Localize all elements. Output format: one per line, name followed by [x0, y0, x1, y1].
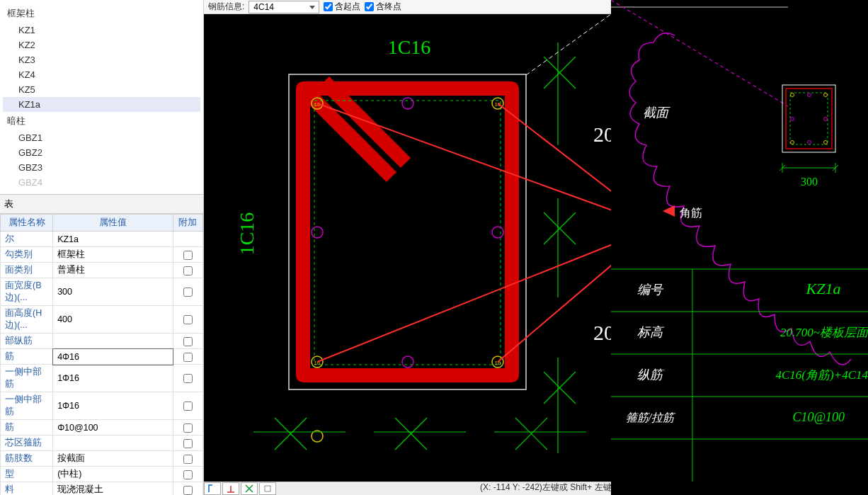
- snap-midpoint[interactable]: [222, 482, 239, 495]
- prop-extra[interactable]: [173, 306, 202, 334]
- prop-value[interactable]: 300: [53, 278, 173, 306]
- prop-row[interactable]: 筋4Φ16: [1, 349, 203, 365]
- tree-group-framecol[interactable]: 框架柱: [3, 4, 200, 23]
- tree-item-kz1a[interactable]: KZ1a: [3, 97, 200, 112]
- svg-point-37: [808, 141, 811, 144]
- property-table[interactable]: 属性名称 属性值 附加 尔KZ1a勾类别框架柱面类别普通柱面宽度(B边)(...…: [0, 214, 203, 495]
- prop-value[interactable]: [53, 334, 173, 349]
- snap-perpendicular[interactable]: [259, 482, 276, 495]
- prop-extra[interactable]: [173, 451, 202, 467]
- extra-checkbox[interactable]: [183, 455, 193, 464]
- prop-row[interactable]: 芯区箍筋: [1, 436, 203, 451]
- prop-row[interactable]: 筋肢数按截面: [1, 451, 203, 467]
- prop-row[interactable]: 勾类别框架柱: [1, 247, 203, 263]
- prop-row[interactable]: 筋Φ10@100: [1, 420, 203, 436]
- prop-value[interactable]: 框架柱: [53, 247, 173, 263]
- include-start-check[interactable]: 含起点: [324, 1, 360, 13]
- extra-checkbox[interactable]: [183, 251, 193, 260]
- prop-value[interactable]: 4Φ16: [53, 349, 173, 365]
- prop-extra[interactable]: [173, 467, 202, 482]
- prop-name: 面宽度(B边)(...: [1, 278, 53, 306]
- prop-name: 面类别: [1, 263, 53, 278]
- tree-item-gbz2[interactable]: GBZ2: [3, 145, 200, 160]
- prop-extra[interactable]: [173, 482, 202, 496]
- prop-row[interactable]: 面类别普通柱: [1, 263, 203, 278]
- prop-row[interactable]: 料现浇混凝土: [1, 482, 203, 496]
- prop-extra[interactable]: [173, 278, 202, 306]
- component-tree[interactable]: 框架柱 KZ1 KZ2 KZ3 KZ4 KZ5 KZ1a 暗柱 GBZ1 GBZ…: [0, 0, 203, 194]
- prop-row[interactable]: 型(中柱): [1, 467, 203, 482]
- prop-extra[interactable]: [173, 232, 202, 247]
- tree-item-kz2[interactable]: KZ2: [3, 38, 200, 52]
- tree-item-kz5[interactable]: KZ5: [3, 82, 200, 97]
- r2n: 标高: [637, 325, 665, 339]
- prop-value[interactable]: 1Φ16: [53, 392, 173, 420]
- svg-point-39: [824, 118, 828, 121]
- section-viewport[interactable]: 16 16 16 16 1C16 1C16 20 20: [204, 14, 611, 482]
- dim2: 20: [593, 321, 611, 344]
- prop-row[interactable]: 面宽度(B边)(...300: [1, 278, 203, 306]
- extra-checkbox[interactable]: [183, 337, 193, 346]
- extra-checkbox[interactable]: [183, 266, 193, 275]
- detail-svg: 300 截面 角筋 编号 KZ1a 标高 20.700~楼板层面 纵筋 4C16…: [611, 0, 868, 495]
- prop-extra[interactable]: [173, 420, 202, 436]
- snap-endpoint[interactable]: [204, 482, 221, 495]
- extra-checkbox[interactable]: [183, 374, 193, 383]
- include-end-box[interactable]: [365, 2, 374, 11]
- mid-bar-bot: [402, 356, 413, 368]
- tree-item-kz1[interactable]: KZ1: [3, 23, 200, 38]
- r4v: C10@100: [792, 410, 845, 424]
- prop-row[interactable]: 面高度(H边)(...400: [1, 306, 203, 334]
- tree-item-kz3[interactable]: KZ3: [3, 52, 200, 67]
- prop-value[interactable]: [53, 436, 173, 451]
- prop-value[interactable]: 1Φ16: [53, 365, 173, 392]
- tree-item-gbz4[interactable]: GBZ4: [3, 175, 200, 190]
- prop-name: 筋: [1, 420, 53, 436]
- extra-checkbox[interactable]: [183, 470, 193, 479]
- prop-extra[interactable]: [173, 349, 202, 365]
- extra-checkbox[interactable]: [183, 288, 193, 297]
- prop-value[interactable]: (中柱): [53, 467, 173, 482]
- prop-extra[interactable]: [173, 263, 202, 278]
- prop-value[interactable]: 按截面: [53, 451, 173, 467]
- tree-item-kz4[interactable]: KZ4: [3, 67, 200, 82]
- extra-checkbox[interactable]: [183, 353, 193, 362]
- extra-checkbox[interactable]: [183, 315, 193, 324]
- prop-row[interactable]: 部纵筋: [1, 334, 203, 349]
- prop-extra[interactable]: [173, 247, 202, 263]
- prop-name: 料: [1, 482, 53, 496]
- prop-name: 筋: [1, 349, 53, 365]
- extra-checkbox[interactable]: [183, 439, 193, 448]
- svg-line-25: [317, 227, 611, 362]
- prop-row[interactable]: 一侧中部筋1Φ16: [1, 392, 203, 420]
- svg-text:16: 16: [495, 360, 501, 366]
- prop-value[interactable]: 普通柱: [53, 263, 173, 278]
- svg-point-34: [791, 141, 794, 144]
- tree-item-gbz3[interactable]: GBZ3: [3, 160, 200, 175]
- include-start-box[interactable]: [324, 2, 333, 11]
- extra-checkbox[interactable]: [183, 402, 193, 411]
- svg-text:16: 16: [495, 101, 501, 108]
- prop-name: 筋肢数: [1, 451, 53, 467]
- prop-extra[interactable]: [173, 436, 202, 451]
- detail-viewport[interactable]: 300 截面 角筋 编号 KZ1a 标高 20.700~楼板层面 纵筋 4C16…: [611, 0, 868, 495]
- prop-extra[interactable]: [173, 392, 202, 420]
- prop-value[interactable]: 现浇混凝土: [53, 482, 173, 496]
- prop-value[interactable]: Φ10@100: [53, 420, 173, 436]
- top-label: 1C16: [388, 36, 431, 58]
- prop-name: 芯区箍筋: [1, 436, 53, 451]
- prop-extra[interactable]: [173, 365, 202, 392]
- prop-row[interactable]: 一侧中部筋1Φ16: [1, 365, 203, 392]
- tree-group-hiddencol[interactable]: 暗柱: [3, 112, 200, 130]
- include-end-check[interactable]: 含终点: [365, 1, 401, 13]
- snap-intersection[interactable]: [241, 482, 258, 495]
- extra-checkbox[interactable]: [183, 423, 193, 433]
- prop-value[interactable]: KZ1a: [53, 232, 173, 247]
- tree-item-gbz1[interactable]: GBZ1: [3, 130, 200, 145]
- extra-checkbox[interactable]: [183, 486, 193, 495]
- bottom-bar: (X: -114 Y: -242)左键或 Shift+ 左键指定起点（可选择线筋…: [204, 482, 611, 495]
- rebar-info-combo[interactable]: 4C14: [249, 1, 319, 13]
- prop-row[interactable]: 尔KZ1a: [1, 232, 203, 247]
- prop-extra[interactable]: [173, 334, 202, 349]
- prop-value[interactable]: 400: [53, 306, 173, 334]
